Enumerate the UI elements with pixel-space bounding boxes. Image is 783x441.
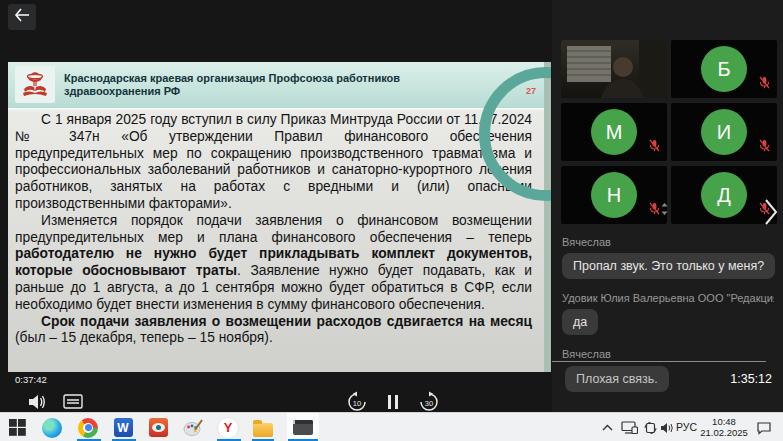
tray-clock[interactable]: 10:48 21.02.2025 [700, 416, 748, 438]
network-tray-button[interactable] [618, 415, 640, 440]
file-explorer-button[interactable] [250, 415, 276, 440]
mic-muted-icon [759, 75, 770, 93]
video-player-button[interactable] [290, 415, 316, 440]
svg-text:30: 30 [425, 399, 433, 408]
chat-sender: Удовик Юлия Валерьевна ООО "Редакция газ… [562, 292, 774, 304]
windows-taskbar: W Y [0, 412, 783, 441]
chat-sender: Вячеслав [562, 236, 611, 248]
slide-header: Краснодарская краевая организация Профсо… [8, 62, 551, 110]
chat-divider [552, 361, 766, 362]
participant-tile[interactable]: Д [671, 166, 777, 224]
mic-muted-icon [649, 201, 660, 219]
image-viewer-icon [149, 418, 168, 437]
arrow-left-icon [14, 8, 30, 26]
slide-paragraph-1: С 1 января 2025 году вступил в силу Прик… [15, 112, 532, 213]
slide-page-number: 27 [526, 86, 536, 96]
forward-30-icon: 30 [418, 391, 440, 413]
more-participants-button[interactable] [763, 198, 779, 230]
participant-tile[interactable]: Н [561, 166, 667, 224]
chrome-icon [78, 418, 98, 438]
folder-icon [253, 423, 273, 437]
tray-expand-button[interactable] [597, 415, 617, 440]
chat-message[interactable]: Пропал звук. Это только у меня? [562, 253, 775, 279]
action-center-button[interactable] [752, 415, 776, 440]
slide-paragraph-2: Изменяется порядок подачи заявления о фи… [15, 213, 532, 314]
pause-icon [386, 393, 400, 411]
captions-icon [63, 394, 83, 410]
avatar: Н [591, 172, 637, 218]
mic-muted-icon [759, 138, 770, 156]
elapsed-time: 0:37:42 [15, 374, 47, 385]
participant-tile[interactable]: М [561, 103, 667, 161]
trade-union-logo-icon [15, 66, 55, 103]
word-icon: W [114, 418, 133, 437]
speaker-icon [27, 393, 47, 411]
speaker-icon [660, 422, 674, 434]
slide-text: С 1 января 2025 году вступил в силу Прик… [15, 112, 532, 347]
shared-slide: 27 Краснодарская краевая организация Про… [8, 62, 551, 372]
mic-muted-icon [649, 138, 660, 156]
participant-video-tile[interactable] [561, 40, 667, 98]
chrome-browser-button[interactable] [75, 415, 101, 440]
start-button[interactable] [4, 415, 30, 440]
paint-icon [183, 418, 203, 438]
tray-time: 10:48 [700, 416, 748, 427]
network-icon [621, 421, 638, 434]
chat-sender: Вячеслав [562, 348, 611, 360]
clapperboard-icon [293, 420, 313, 435]
meeting-sidebar: Б М И Н Д [552, 0, 783, 412]
language-indicator[interactable]: РУС [676, 421, 697, 433]
back-button[interactable] [8, 4, 36, 30]
meeting-timer: 1:35:12 [730, 372, 772, 386]
yandex-browser-button[interactable]: Y [215, 415, 241, 440]
chat-message[interactable]: да [562, 309, 598, 335]
windows-logo-icon [9, 419, 26, 436]
slide-title: Краснодарская краевая организация Профсо… [64, 62, 494, 108]
edge-browser-button[interactable] [39, 415, 65, 440]
tray-date: 21.02.2025 [700, 427, 748, 438]
chevron-up-icon [602, 424, 613, 431]
video-conference-app: 1/2 27 Краснодарская краевая организ [0, 0, 783, 441]
avatar: Б [701, 46, 747, 92]
volume-tray-button[interactable] [657, 415, 677, 440]
paint-button[interactable] [180, 415, 206, 440]
word-button[interactable]: W [110, 415, 136, 440]
rewind-10-icon: 10 [346, 391, 368, 413]
avatar: И [701, 109, 747, 155]
chat-message[interactable]: Плохая связь. [565, 366, 669, 392]
panel-resize-handle[interactable] [660, 203, 669, 217]
notification-icon [756, 421, 772, 435]
participant-tile[interactable]: Б [671, 40, 777, 98]
avatar: Д [701, 172, 747, 218]
edge-icon [42, 418, 62, 438]
participant-tile[interactable]: И [671, 103, 777, 161]
cast-icon [643, 421, 658, 435]
slide-paragraph-3: Срок подачи заявления о возмещении расхо… [15, 314, 532, 348]
image-viewer-button[interactable] [145, 415, 171, 440]
camera-feed [561, 40, 667, 98]
svg-text:10: 10 [353, 399, 361, 408]
avatar: М [591, 109, 637, 155]
chevron-right-icon [763, 198, 779, 226]
yandex-icon: Y [217, 417, 239, 439]
